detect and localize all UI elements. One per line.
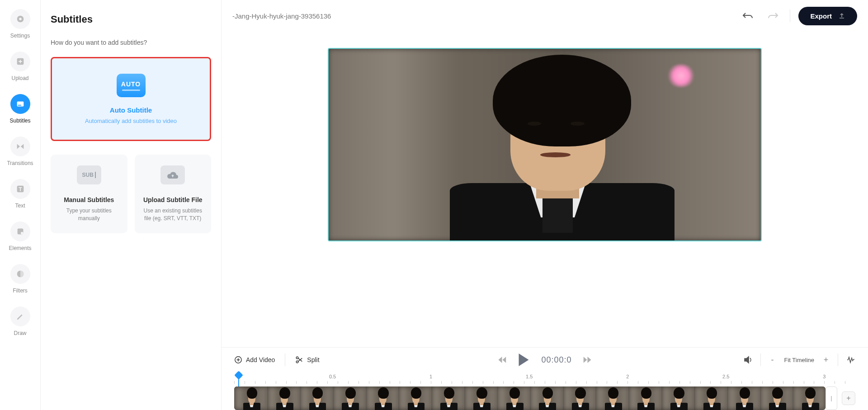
auto-subtitle-desc: Automatically add subtitles to video xyxy=(61,118,201,124)
preview-area xyxy=(222,32,868,347)
ruler-mark: 2 xyxy=(626,374,629,379)
clip-thumb xyxy=(234,386,267,410)
clip-thumb xyxy=(366,386,399,410)
timecode: 00:00:0 xyxy=(541,355,571,365)
skip-back-icon[interactable] xyxy=(498,357,506,363)
divider xyxy=(790,9,790,22)
plus-circle-icon xyxy=(234,356,242,364)
svg-rect-4 xyxy=(18,105,21,106)
plus-icon xyxy=(10,52,30,71)
video-track: ❘ ❘ + xyxy=(234,386,855,410)
split-button[interactable]: Split xyxy=(295,356,319,364)
upload-subtitle-desc: Use an existing subtitles file (eg. SRT,… xyxy=(141,207,205,222)
fit-timeline-button[interactable]: Fit Timeline xyxy=(784,357,814,363)
upload-subtitle-card[interactable]: Upload Subtitle File Use an existing sub… xyxy=(135,155,212,233)
clip-thumb xyxy=(727,386,760,410)
add-video-button[interactable]: Add Video xyxy=(234,356,275,364)
pencil-icon xyxy=(10,306,30,326)
auto-subtitle-card[interactable]: AUTO Auto Subtitle Automatically add sub… xyxy=(51,57,211,141)
zoom-out-button[interactable]: - xyxy=(769,355,776,365)
clip-thumb xyxy=(628,386,661,410)
upload-subtitle-title: Upload Subtitle File xyxy=(141,196,205,203)
panel-subtitle: How do you want to add subtitles? xyxy=(51,39,211,46)
transitions-icon xyxy=(10,137,30,156)
clip-thumbnails[interactable]: ❘ xyxy=(234,386,826,410)
waveform-icon[interactable] xyxy=(846,355,855,364)
clip-thumb xyxy=(300,386,333,410)
nav-transitions[interactable]: Transitions xyxy=(7,137,33,166)
nav-label: Draw xyxy=(14,330,26,336)
auto-subtitle-title: Auto Subtitle xyxy=(61,106,201,114)
add-track-button[interactable]: + xyxy=(842,391,855,405)
ruler-mark: 2.5 xyxy=(722,374,729,379)
manual-subtitles-desc: Type your subtitles manually xyxy=(57,207,121,222)
nav-label: Subtitles xyxy=(9,118,30,124)
nav-label: Settings xyxy=(10,33,30,39)
clip-trim-right[interactable]: ❘ xyxy=(826,386,837,410)
nav-text[interactable]: T Text xyxy=(10,179,30,209)
clip-thumb xyxy=(398,386,431,410)
project-title-input[interactable] xyxy=(232,12,341,20)
nav-subtitles[interactable]: Subtitles xyxy=(9,94,30,124)
skip-forward-icon[interactable] xyxy=(584,357,592,363)
ruler-mark: 1 xyxy=(429,374,432,379)
svg-point-8 xyxy=(20,232,23,235)
timeline: Add Video Split 00:00:0 - Fit Timeline + xyxy=(222,347,868,410)
clip-thumb xyxy=(431,386,464,410)
video-preview[interactable] xyxy=(328,48,762,241)
export-label: Export xyxy=(810,12,832,20)
nav-label: Transitions xyxy=(7,160,33,166)
clip-thumb xyxy=(760,386,793,410)
clip-thumb xyxy=(267,386,300,410)
filters-icon xyxy=(10,264,30,284)
clip-thumb xyxy=(563,386,596,410)
nav-label: Filters xyxy=(13,287,28,294)
nav-upload[interactable]: Upload xyxy=(10,52,30,81)
ruler-mark: 3 xyxy=(823,374,826,379)
manual-sub-icon: SUB xyxy=(77,165,101,184)
clip-thumb xyxy=(333,386,366,410)
topbar: Export xyxy=(222,0,868,32)
nav-draw[interactable]: Draw xyxy=(10,306,30,336)
preview-frame xyxy=(329,49,761,240)
subtitles-icon xyxy=(10,94,30,114)
scissors-icon xyxy=(295,356,303,364)
nav-label: Elements xyxy=(9,245,31,251)
nav-label: Text xyxy=(15,203,25,209)
ruler-mark: 0.5 xyxy=(329,374,336,379)
clip-thumb xyxy=(694,386,727,410)
nav-elements[interactable]: Elements xyxy=(9,221,31,251)
export-button[interactable]: Export xyxy=(798,7,857,25)
redo-button[interactable] xyxy=(764,7,782,24)
main-area: Export Add Video Split xyxy=(222,0,868,410)
clip-thumb xyxy=(530,386,563,410)
nav-settings[interactable]: Settings xyxy=(10,9,30,39)
divider xyxy=(285,353,285,366)
nav-rail: Settings Upload Subtitles Transitions T … xyxy=(0,0,41,410)
clip-thumb xyxy=(661,386,694,410)
text-icon: T xyxy=(10,179,30,199)
svg-rect-3 xyxy=(17,102,24,107)
play-button[interactable] xyxy=(518,353,529,366)
volume-icon[interactable] xyxy=(743,355,752,364)
manual-subtitles-title: Manual Subtitles xyxy=(57,196,121,203)
clip-thumb xyxy=(595,386,628,410)
ruler-mark: 1.5 xyxy=(526,374,533,379)
clip-thumb xyxy=(464,386,497,410)
timeline-ruler[interactable]: 0.511.522.53 xyxy=(234,374,855,384)
zoom-in-button[interactable]: + xyxy=(822,355,830,365)
cloud-upload-icon xyxy=(160,165,185,184)
gear-icon xyxy=(10,9,30,29)
svg-point-1 xyxy=(19,18,22,20)
clip-thumb xyxy=(497,386,530,410)
divider xyxy=(838,353,838,366)
timeline-toolbar: Add Video Split 00:00:0 - Fit Timeline + xyxy=(222,348,868,372)
undo-button[interactable] xyxy=(739,7,756,24)
manual-subtitles-card[interactable]: SUB Manual Subtitles Type your subtitles… xyxy=(51,155,127,233)
nav-filters[interactable]: Filters xyxy=(10,264,30,294)
divider xyxy=(760,353,761,366)
clip-thumb xyxy=(793,386,826,410)
auto-badge-icon: AUTO xyxy=(117,74,146,97)
upload-icon xyxy=(838,12,845,19)
svg-text:T: T xyxy=(19,186,22,193)
